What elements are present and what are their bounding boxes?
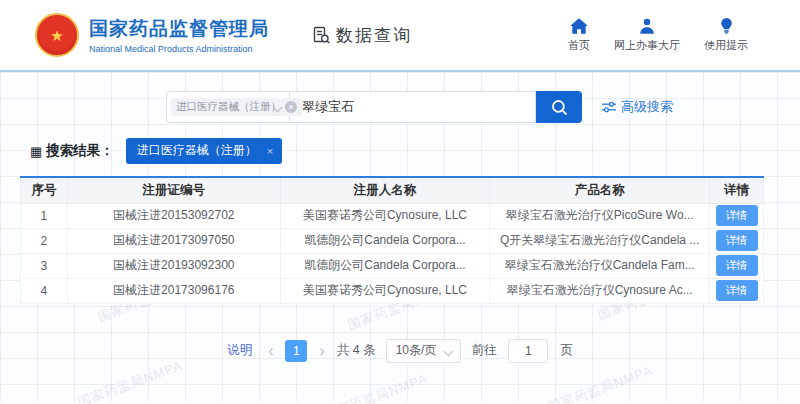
results-table: 序号 注册证编号 注册人名称 产品名称 详情 1 国械注进20153092702… <box>20 176 764 304</box>
page-number-active[interactable]: 1 <box>285 340 307 362</box>
sliders-icon <box>602 101 616 113</box>
site-title: 国家药品监督管理局 <box>89 16 269 42</box>
nav-home[interactable]: 首页 <box>568 18 590 53</box>
cell-product: 翠绿宝石激光治疗仪PicoSure Wo... <box>490 203 710 228</box>
cell-registrant: 美国赛诺秀公司Cynosure, LLC <box>280 203 490 228</box>
nav-usage-tips[interactable]: 使用提示 <box>704 18 748 53</box>
cell-cert-number: 国械注进20173096176 <box>67 278 280 303</box>
goto-page-input[interactable] <box>508 339 548 363</box>
pagination: 说明 ‹ 1 › 共 4 条 10条/页 前往 页 <box>0 339 800 363</box>
table-header-row: 序号 注册证编号 注册人名称 产品名称 详情 <box>21 177 764 203</box>
cell-detail: 详情 <box>710 203 764 228</box>
cell-index: 4 <box>21 278 68 303</box>
cell-cert-number: 国械注进20173097050 <box>67 228 280 253</box>
col-index: 序号 <box>21 177 68 203</box>
cell-index: 1 <box>21 203 68 228</box>
search-input[interactable] <box>290 91 536 123</box>
advanced-search-link[interactable]: 高级搜索 <box>602 98 673 116</box>
page-size-select[interactable]: 10条/页 <box>386 339 462 363</box>
cell-registrant: 凯德朗公司Candela Corpora... <box>280 253 490 278</box>
home-icon <box>570 18 588 34</box>
page: ★ 国家药品监督管理局 National Medical Products Ad… <box>0 0 800 404</box>
cell-registrant: 美国赛诺秀公司Cynosure, LLC <box>280 278 490 303</box>
app-name-label: 数据查询 <box>336 24 412 47</box>
col-registrant: 注册人名称 <box>280 177 490 203</box>
results-label: 搜索结果： <box>46 142 114 160</box>
user-icon <box>638 18 656 34</box>
search-bar: 进口医疗器械（注册） × 高级搜索 <box>0 72 800 123</box>
col-detail: 详情 <box>710 177 764 203</box>
page-size-value: 10条/页 <box>396 342 437 359</box>
detail-button[interactable]: 详情 <box>716 230 758 251</box>
nav-usage-tips-label: 使用提示 <box>704 38 748 53</box>
nav-home-label: 首页 <box>568 38 590 53</box>
brand: 国家药品监督管理局 National Medical Products Admi… <box>89 16 269 54</box>
cell-index: 2 <box>21 228 68 253</box>
cell-index: 3 <box>21 253 68 278</box>
search-results-bar: ▦ 搜索结果： 进口医疗器械（注册） × <box>0 138 800 164</box>
col-product: 产品名称 <box>490 177 710 203</box>
cell-product: Q开关翠绿宝石激光治疗仪Candela ... <box>490 228 710 253</box>
note-link[interactable]: 说明 <box>227 342 252 359</box>
table-row: 2 国械注进20173097050 凯德朗公司Candela Corpora..… <box>21 228 764 253</box>
goto-prefix-label: 前往 <box>471 342 496 359</box>
cell-product: 翠绿宝石激光治疗仪Cynosure Ac... <box>490 278 710 303</box>
data-query-title: 数据查询 <box>311 24 412 47</box>
search-icon <box>550 98 569 117</box>
cell-detail: 详情 <box>710 253 764 278</box>
emblem-star-icon: ★ <box>50 28 63 43</box>
chevron-down-icon <box>444 346 454 356</box>
site-subtitle: National Medical Products Administration <box>89 44 269 54</box>
document-search-icon <box>311 25 331 45</box>
detail-button[interactable]: 详情 <box>716 280 758 301</box>
total-count-label: 共 4 条 <box>337 342 376 359</box>
table-body: 1 国械注进20153092702 美国赛诺秀公司Cynosure, LLC 翠… <box>21 203 764 303</box>
cell-detail: 详情 <box>710 278 764 303</box>
nav-service-hall-label: 网上办事大厅 <box>614 38 680 53</box>
filter-tag-label: 进口医疗器械（注册） <box>137 142 257 159</box>
prev-page-icon[interactable]: ‹ <box>266 343 275 359</box>
nav-service-hall[interactable]: 网上办事大厅 <box>614 18 680 53</box>
col-cert-number: 注册证编号 <box>67 177 280 203</box>
category-tag-label: 进口医疗器械（注册） <box>176 100 281 114</box>
content: 国家药监局NMPA 国家药监局NMPA 国家药监局NMPA 国家药监局NMPA … <box>0 72 800 402</box>
filter-tag-close-icon[interactable]: × <box>267 145 273 157</box>
national-emblem-logo: ★ <box>35 13 79 57</box>
grid-icon: ▦ <box>30 144 42 159</box>
next-page-icon[interactable]: › <box>317 343 326 359</box>
cell-product: 翠绿宝石激光治疗仪Candela Fam... <box>490 253 710 278</box>
lightbulb-icon <box>719 18 734 34</box>
goto-suffix-label: 页 <box>560 342 573 359</box>
watermark: 国家药监局NMPA <box>320 370 430 404</box>
cell-registrant: 凯德朗公司Candela Corpora... <box>280 228 490 253</box>
search-button[interactable] <box>536 91 582 123</box>
watermark: 国家药监局NMPA <box>545 362 655 404</box>
cell-detail: 详情 <box>710 228 764 253</box>
table-row: 4 国械注进20173096176 美国赛诺秀公司Cynosure, LLC 翠… <box>21 278 764 303</box>
table-row: 3 国械注进20193092300 凯德朗公司Candela Corpora..… <box>21 253 764 278</box>
watermark: 国家药监局NMPA <box>75 357 185 404</box>
detail-button[interactable]: 详情 <box>716 205 758 226</box>
category-tag-close-icon[interactable]: × <box>285 101 297 113</box>
table-row: 1 国械注进20153092702 美国赛诺秀公司Cynosure, LLC 翠… <box>21 203 764 228</box>
search-box: 进口医疗器械（注册） × <box>166 91 582 123</box>
table-header: 序号 注册证编号 注册人名称 产品名称 详情 <box>21 177 764 203</box>
header: ★ 国家药品监督管理局 National Medical Products Ad… <box>0 0 800 72</box>
header-nav: 首页 网上办事大厅 使用提示 <box>568 18 748 53</box>
cell-cert-number: 国械注进20193092300 <box>67 253 280 278</box>
active-filter-tag[interactable]: 进口医疗器械（注册） × <box>126 138 282 164</box>
category-select[interactable]: 进口医疗器械（注册） × <box>166 91 290 123</box>
cell-cert-number: 国械注进20153092702 <box>67 203 280 228</box>
advanced-search-label: 高级搜索 <box>621 98 673 116</box>
detail-button[interactable]: 详情 <box>716 255 758 276</box>
